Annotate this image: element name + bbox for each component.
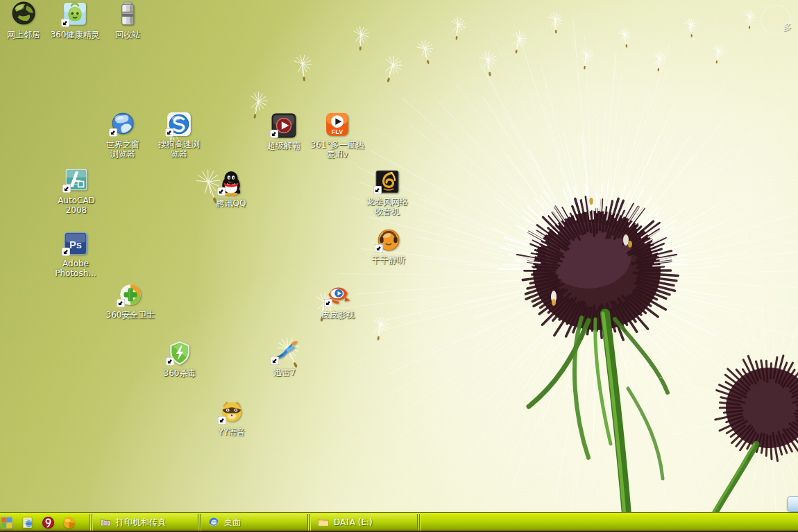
desktop-icon-360-antivirus[interactable]: 360杀毒	[151, 340, 209, 378]
desktop-icon-network-places[interactable]: 网上邻居	[0, 1, 53, 40]
icon-label: 361°多一度热爱.flv	[311, 140, 364, 160]
desktop-icon-autocad-2008[interactable]: AutoCAD 2008	[47, 167, 105, 215]
desktop-icon-tencent-qq[interactable]: 腾讯QQ	[202, 170, 260, 208]
desktop-icon-thunder-7[interactable]: 迅雷7	[255, 339, 314, 377]
document-globe-icon[interactable]	[22, 517, 33, 529]
shortcut-arrow-icon	[62, 248, 70, 256]
desktop-icon-pipi-video[interactable]: 皮皮影视	[309, 282, 367, 320]
shortcut-arrow-icon	[218, 416, 226, 424]
svg-text:Ps: Ps	[69, 239, 82, 250]
task-button-data-drive-e[interactable]: DATA (E:)	[311, 514, 416, 531]
pipi-video-icon	[325, 282, 351, 308]
desktop-icon-super-player[interactable]: 超级解霸	[255, 112, 313, 151]
super-player-icon	[271, 112, 297, 139]
icon-label: AutoCAD 2008	[47, 196, 105, 215]
icon-label: 360杀毒	[164, 368, 196, 378]
icon-label: 超级解霸	[267, 141, 300, 151]
desktop-icon-360-health-genie[interactable]: 360健康精灵	[46, 1, 104, 40]
shortcut-arrow-icon	[166, 357, 174, 366]
shortcut-arrow-icon	[324, 299, 332, 307]
icon-label: 网上邻居	[7, 30, 40, 40]
orange-ball-icon[interactable]	[63, 517, 75, 529]
icon-label: 皮皮影视	[321, 310, 355, 320]
yy-voice-icon	[219, 399, 245, 425]
icon-label: 回收站	[115, 30, 140, 40]
desktop-icon-recycle-bin[interactable]: 回收站	[99, 1, 157, 40]
shortcut-arrow-icon	[373, 186, 382, 194]
desktop-icon-adobe-photoshop[interactable]: Ps AdobePhotosh...	[46, 230, 105, 278]
icon-label: 龙卷风网络收音机	[366, 197, 408, 216]
world-window-browser-icon	[110, 111, 136, 137]
red-nine-icon[interactable]	[42, 517, 54, 529]
task-button-printers-and-faxes[interactable]: 打印机和传真	[93, 514, 197, 531]
taskbar-empty-area	[421, 514, 798, 531]
360-health-genie-icon	[62, 1, 88, 28]
quick-launch-area	[0, 517, 89, 529]
shortcut-arrow-icon	[117, 299, 125, 307]
thunder-bird-icon	[271, 339, 298, 366]
task-button-desktop[interactable]: 桌面	[201, 514, 307, 531]
desktop-icon-sogou-browser[interactable]: 搜狗高速浏览器	[150, 111, 208, 159]
shortcut-arrow-icon	[62, 185, 71, 193]
desktop-icon-tornado-web-radio[interactable]: 龙卷风网络收音机	[358, 169, 416, 216]
desktop-icon-yy-voice[interactable]: YY语音	[203, 399, 261, 437]
task-button-label: 桌面	[224, 517, 241, 529]
icon-label: YY语音	[219, 427, 246, 437]
icon-label: 千千静听	[372, 255, 405, 265]
network-places-icon	[10, 1, 37, 28]
taskbar: 打印机和传真 桌面 DATA (E:)	[0, 512, 798, 532]
shortcut-arrow-icon	[271, 357, 279, 365]
icon-label: 世界之窗浏览器	[106, 139, 139, 159]
dandelion-wallpaper-art	[0, 0, 798, 532]
flv-file-icon: FLV	[324, 112, 350, 138]
shortcut-arrow-icon	[61, 19, 69, 27]
photoshop-icon: Ps	[62, 230, 89, 257]
360-antivirus-shield-icon	[167, 340, 193, 366]
desktop-icon-360-safe-guard[interactable]: 360安全卫士	[101, 282, 160, 320]
desktop-wallpaper	[0, 0, 798, 532]
icon-label: 360健康精灵	[51, 30, 100, 40]
printers-folder-icon	[100, 517, 111, 528]
desktop-icon-ttplayer[interactable]: 千千静听	[359, 227, 418, 265]
360-safe-icon	[117, 282, 144, 308]
partial-icon-label: 多	[783, 21, 792, 33]
shortcut-arrow-icon	[165, 128, 173, 137]
qq-penguin-icon	[218, 170, 244, 196]
icon-label: AdobePhotosh...	[55, 259, 96, 278]
task-button-label: 打印机和传真	[116, 517, 166, 529]
shortcut-arrow-icon	[109, 128, 117, 137]
icon-label: 迅雷7	[273, 368, 296, 377]
icon-label: 腾讯QQ	[217, 198, 246, 208]
shortcut-arrow-icon	[217, 187, 226, 196]
floating-widget[interactable]	[787, 496, 798, 512]
shortcut-arrow-icon	[270, 130, 278, 138]
icon-label: 搜狗高速浏览器	[158, 139, 200, 159]
recycle-bin-icon	[114, 1, 141, 28]
shortcut-arrow-icon	[375, 244, 383, 252]
color-theme-icon[interactable]	[1, 517, 12, 529]
autocad-icon	[63, 167, 90, 194]
icon-label: 360安全卫士	[106, 310, 155, 320]
folder-icon	[318, 517, 329, 528]
desktop-icon-world-window-browser[interactable]: 世界之窗浏览器	[94, 111, 152, 159]
tornado-radio-icon	[374, 169, 400, 195]
sogou-browser-icon	[166, 111, 192, 137]
desktop-icon-flv-video-file[interactable]: FLV 361°多一度热爱.flv	[308, 112, 366, 160]
svg-text:FLV: FLV	[332, 128, 343, 135]
internet-explorer-icon	[208, 517, 219, 528]
task-button-label: DATA (E:)	[334, 517, 373, 527]
ttplayer-icon	[375, 227, 402, 253]
